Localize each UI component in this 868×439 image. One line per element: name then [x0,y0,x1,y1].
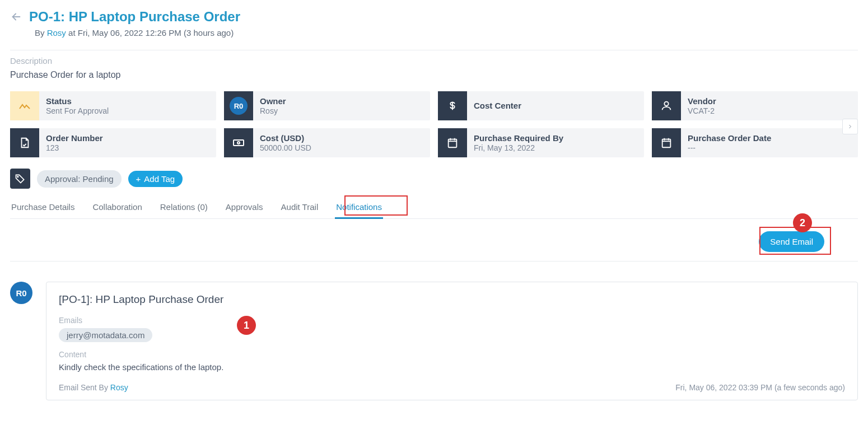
status-label: Status [46,96,109,106]
tag-approval-pending[interactable]: Approval: Pending [37,170,122,188]
plus-icon: + [136,174,141,184]
cost-value: 50000.00 USD [260,143,311,152]
svg-point-2 [237,142,240,144]
card-cost[interactable]: Cost (USD) 50000.00 USD [224,128,430,157]
calendar-icon [652,128,681,157]
cost-label: Cost (USD) [260,133,311,143]
card-vendor[interactable]: Vendor VCAT-2 [652,91,858,120]
page-title: PO-1: HP Laptop Purchase Order [29,9,240,25]
tab-approvals[interactable]: Approvals [225,197,264,218]
money-icon [224,128,253,157]
dollar-icon [438,91,467,120]
owner-label: Owner [260,96,286,106]
add-tag-label: Add Tag [144,174,175,184]
card-status[interactable]: Status Sent For Approval [10,91,216,120]
add-tag-button[interactable]: + Add Tag [128,171,183,187]
email-chip[interactable]: jerry@motadata.com [59,328,152,342]
content-text: Kindly check the specifications of the l… [59,362,845,372]
svg-point-5 [17,176,18,178]
emails-label: Emails [59,316,845,325]
status-value: Sent For Approval [46,106,109,115]
annotation-badge-2: 2 [793,213,812,232]
card-owner[interactable]: R0 Owner Rosy [224,91,430,120]
annotation-badge-1: 1 [237,316,256,335]
notification-title: [PO-1]: HP Laptop Purchase Order [59,293,845,306]
notification-card: [PO-1]: HP Laptop Purchase Order Emails … [46,282,858,400]
created-by-user[interactable]: Rosy [47,28,66,38]
purchase-required-value: Fri, May 13, 2022 [474,143,563,152]
document-icon [10,128,39,157]
status-icon [10,91,39,120]
back-arrow-icon[interactable] [10,11,22,23]
content-label: Content [59,350,845,359]
sent-by-prefix: Email Sent By [59,383,108,392]
expand-panel-button[interactable] [842,119,858,134]
order-number-value: 123 [46,143,103,152]
tab-notifications[interactable]: Notifications [335,197,383,218]
tab-audit-trail[interactable]: Audit Trail [280,197,320,218]
vendor-icon [652,91,681,120]
vendor-label: Vendor [688,96,716,106]
card-order-number[interactable]: Order Number 123 [10,128,216,157]
owner-avatar: R0 [230,97,248,115]
tab-collaboration[interactable]: Collaboration [91,197,143,218]
order-number-label: Order Number [46,133,103,143]
purchase-order-date-value: --- [688,143,771,152]
tab-bar: Purchase Details Collaboration Relations… [10,197,858,219]
vendor-value: VCAT-2 [688,106,716,115]
description-label: Description [10,56,858,66]
created-at: at Fri, May 06, 2022 12:26 PM (3 hours a… [68,28,234,38]
owner-value: Rosy [260,106,286,115]
notification-timestamp: Fri, May 06, 2022 03:39 PM (a few second… [675,383,845,392]
tab-relations[interactable]: Relations (0) [159,197,209,218]
card-purchase-required-by[interactable]: Purchase Required By Fri, May 13, 2022 [438,128,644,157]
card-purchase-order-date[interactable]: Purchase Order Date --- [652,128,858,157]
notification-avatar: R0 [10,282,32,304]
tab-purchase-details[interactable]: Purchase Details [10,197,76,218]
calendar-icon [438,128,467,157]
svg-point-0 [664,102,668,106]
tag-icon [10,169,30,189]
by-prefix: By [35,28,45,38]
purchase-required-label: Purchase Required By [474,133,563,143]
cost-center-label: Cost Center [474,101,521,110]
svg-rect-4 [662,139,671,148]
send-email-button[interactable]: Send Email [759,231,824,252]
sent-by-user[interactable]: Rosy [110,383,128,392]
card-cost-center[interactable]: Cost Center [438,91,644,120]
purchase-order-date-label: Purchase Order Date [688,133,771,143]
svg-rect-1 [234,140,244,146]
svg-rect-3 [449,139,457,148]
page-meta: By Rosy at Fri, May 06, 2022 12:26 PM (3… [10,28,858,38]
owner-avatar-box: R0 [224,91,253,120]
description-text: Purchase Order for a laptop [10,70,858,80]
